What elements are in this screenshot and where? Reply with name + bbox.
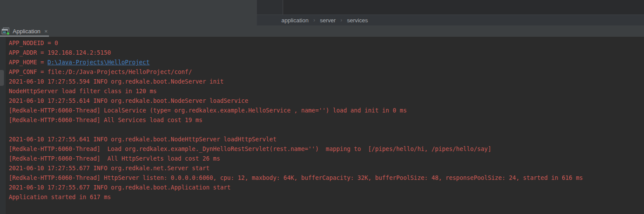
console-log-line: 2021-06-10 17:27:55.614 INFO org.redkale… (0, 96, 644, 106)
console-log-line: APP_HOME = D:\Java-Projects\HelloProject (0, 58, 644, 67)
console-log-line: 2021-06-10 17:27:55.677 INFO org.redkale… (0, 164, 644, 173)
editor-pane-left (0, 0, 257, 25)
log-text: APP_HOME = (9, 59, 48, 66)
breadcrumb-item-server[interactable]: server (320, 17, 336, 24)
editor-pane-right (284, 0, 644, 14)
console-log-line: APP_NODEID = 0 (0, 39, 644, 48)
console-log-line: [Redkale-HTTP:6060-Thread] Load org.redk… (0, 144, 644, 154)
console-log-line: APP_CONF = file:/D:/Java-Projects/HelloP… (0, 67, 644, 77)
console-log-line: [Redkale-HTTP:6060-Thread] HttpServer li… (0, 173, 644, 183)
console-log-lines: APP_NODEID = 0APP_ADDR = 192.168.124.2:5… (0, 39, 644, 202)
breadcrumb-separator-icon: › (340, 17, 342, 23)
editor-pane-split (257, 0, 283, 14)
tab-close-icon[interactable]: × (45, 28, 48, 34)
file-path-link[interactable]: D:\Java-Projects\HelloProject (48, 59, 150, 66)
console-log-line (0, 125, 644, 135)
console-log-line: [Redkale-HTTP:6060-Thread] LocalService … (0, 106, 644, 116)
console-running-icon (2, 28, 10, 35)
console-log-line: 2021-06-10 17:27:55.641 INFO org.redkale… (0, 135, 644, 144)
breadcrumb-item-services[interactable]: services (347, 17, 368, 24)
console-log-line: 2021-06-10 17:27:55.677 INFO org.redkale… (0, 183, 644, 193)
run-tool-window-tab-bar: Application × (0, 25, 644, 37)
console-log-line: APP_ADDR = 192.168.124.2:5150 (0, 48, 644, 58)
tab-application-label: Application (13, 28, 41, 35)
console-log-line: Application started in 617 ms (0, 193, 644, 202)
console-output[interactable]: APP_NODEID = 0APP_ADDR = 192.168.124.2:5… (0, 37, 644, 214)
console-log-line: [Redkale-HTTP:6060-Thread] All Services … (0, 116, 644, 125)
console-log-line: [Redkale-HTTP:6060-Thread] All HttpServl… (0, 154, 644, 164)
ide-run-window: application›server›services Application … (0, 0, 644, 214)
breadcrumb-item-application[interactable]: application (281, 17, 308, 24)
breadcrumb: application›server›services (257, 14, 644, 25)
console-log-line: 2021-06-10 17:27:55.594 INFO org.redkale… (0, 77, 644, 87)
console-log-line: NodeHttpServer load filter class in 120 … (0, 87, 644, 96)
breadcrumb-separator-icon: › (313, 17, 315, 23)
